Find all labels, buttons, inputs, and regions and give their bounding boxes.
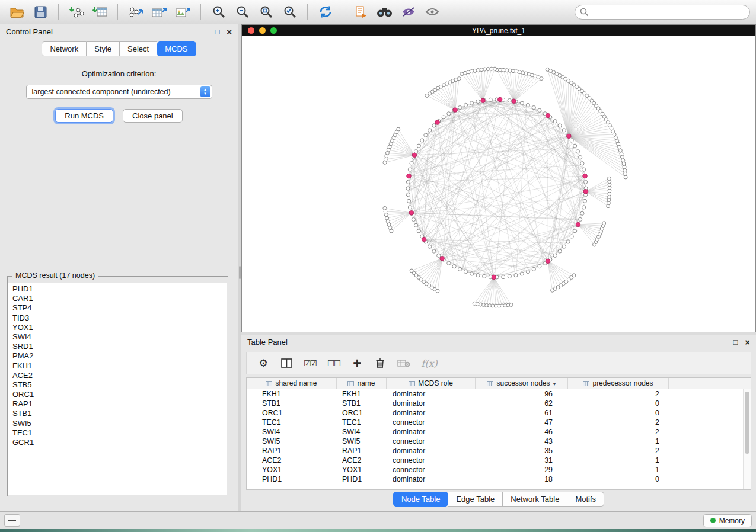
mcds-result-list[interactable]: PHD1CAR1STP4TID3YOX1SWI4SRD1PMA2FKH1ACE2… bbox=[8, 283, 227, 495]
first-neighbors-button[interactable] bbox=[314, 2, 336, 21]
table-cell: SWI4 bbox=[337, 428, 387, 436]
deselect-all-icon[interactable]: ☐☐ bbox=[327, 355, 340, 371]
tab-mcds[interactable]: MCDS bbox=[157, 41, 196, 56]
table-settings-gear-icon[interactable]: ⚙ bbox=[257, 355, 269, 371]
mcds-result-item[interactable]: PMA2 bbox=[12, 351, 223, 361]
open-file-button[interactable] bbox=[6, 2, 28, 21]
maximize-window-icon[interactable] bbox=[270, 27, 277, 34]
table-cell: dominator bbox=[387, 399, 476, 408]
close-window-icon[interactable] bbox=[248, 27, 254, 34]
criterion-dropdown[interactable]: largest connected component (undirected)… bbox=[26, 85, 212, 99]
hide-selected-button[interactable] bbox=[397, 2, 419, 21]
zoom-out-icon bbox=[235, 5, 250, 19]
memory-label: Memory bbox=[719, 517, 745, 525]
table-cell: ORC1 bbox=[337, 409, 387, 417]
network-canvas[interactable] bbox=[242, 36, 755, 332]
close-panel-button[interactable]: Close panel bbox=[123, 109, 183, 123]
select-all-icon[interactable]: ☑☑ bbox=[304, 355, 316, 371]
add-column-icon[interactable]: + bbox=[351, 355, 363, 371]
zoom-out-button[interactable] bbox=[231, 2, 253, 21]
mcds-result-item[interactable]: STB5 bbox=[12, 380, 223, 390]
mcds-result-item[interactable]: YOX1 bbox=[12, 323, 223, 332]
table-row[interactable]: TEC1TEC1connector472 bbox=[247, 418, 751, 427]
copy-style-button[interactable] bbox=[350, 2, 372, 21]
mcds-result-item[interactable]: STP4 bbox=[12, 303, 223, 313]
export-image-button[interactable] bbox=[172, 2, 194, 21]
close-panel-icon[interactable]: × bbox=[745, 338, 750, 347]
mcds-result-item[interactable]: TEC1 bbox=[12, 428, 223, 438]
tab-motifs[interactable]: Motifs bbox=[567, 492, 604, 507]
column-header-predecessor-nodes[interactable]: predecessor nodes bbox=[568, 378, 669, 389]
run-mcds-button[interactable]: Run MCDS bbox=[55, 109, 113, 123]
column-header-mcds-role[interactable]: MCDS role bbox=[387, 378, 476, 389]
mcds-result-item[interactable]: SRD1 bbox=[12, 342, 223, 351]
mcds-result-item[interactable]: ORC1 bbox=[12, 390, 223, 399]
sort-caret-icon[interactable]: ▾ bbox=[553, 380, 556, 387]
memory-button[interactable]: Memory bbox=[703, 514, 752, 527]
import-network-button[interactable] bbox=[65, 2, 87, 21]
table-row[interactable]: ORC1ORC1dominator610 bbox=[247, 408, 751, 418]
mcds-result-item[interactable]: FKH1 bbox=[12, 361, 223, 371]
table-row[interactable]: SWI4SWI4dominator462 bbox=[247, 427, 751, 437]
mcds-result-item[interactable]: TID3 bbox=[12, 313, 223, 323]
mcds-result-item[interactable]: CAR1 bbox=[12, 294, 223, 303]
column-header-name[interactable]: name bbox=[337, 378, 387, 389]
mcds-result-item[interactable]: GCR1 bbox=[12, 438, 223, 447]
tab-node-table[interactable]: Node Table bbox=[393, 492, 449, 507]
search-network-button[interactable] bbox=[374, 2, 395, 21]
table-row[interactable]: ACE2ACE2connector311 bbox=[247, 456, 751, 465]
network-window-title: YPA_prune.txt_1 bbox=[472, 27, 525, 35]
show-all-button[interactable] bbox=[421, 2, 443, 21]
node-table-body: FKH1FKH1dominator962STB1STB1dominator620… bbox=[247, 389, 751, 484]
import-network-icon bbox=[68, 5, 84, 18]
splitter-grip bbox=[239, 266, 241, 279]
float-panel-icon[interactable]: □ bbox=[733, 338, 738, 346]
column-header-successor-nodes[interactable]: successor nodes ▾ bbox=[476, 378, 568, 389]
delete-column-trash-icon[interactable] bbox=[374, 355, 386, 371]
table-cell: 1 bbox=[568, 456, 669, 464]
zoom-fit-button[interactable] bbox=[255, 2, 277, 21]
minimize-window-icon[interactable] bbox=[259, 27, 266, 34]
save-button[interactable] bbox=[30, 2, 52, 21]
node-table-header: shared name name MCDS role successor nod… bbox=[247, 378, 751, 389]
table-cell: SWI5 bbox=[247, 437, 337, 446]
status-menu-button[interactable] bbox=[4, 514, 20, 527]
zoom-fit-icon bbox=[259, 5, 273, 19]
mcds-result-item[interactable]: RAP1 bbox=[12, 399, 223, 409]
zoom-selected-button[interactable] bbox=[279, 2, 301, 21]
float-panel-icon[interactable]: □ bbox=[215, 28, 219, 36]
tab-network-table[interactable]: Network Table bbox=[503, 492, 567, 507]
column-grid-icon bbox=[487, 381, 493, 386]
open-folder-icon bbox=[9, 6, 24, 18]
network-window-titlebar[interactable]: YPA_prune.txt_1 bbox=[242, 25, 755, 36]
tab-style[interactable]: Style bbox=[87, 41, 120, 56]
mcds-result-item[interactable]: ACE2 bbox=[12, 371, 223, 380]
zoom-in-button[interactable] bbox=[208, 2, 229, 21]
function-builder-icon: f(x) bbox=[421, 358, 437, 369]
table-cell: 35 bbox=[476, 447, 568, 455]
table-row[interactable]: SWI5SWI5connector431 bbox=[247, 437, 751, 446]
tab-edge-table[interactable]: Edge Table bbox=[448, 492, 503, 507]
import-table-button[interactable] bbox=[89, 2, 111, 21]
mcds-result-groupbox: MCDS result (17 nodes) PHD1CAR1STP4TID3Y… bbox=[7, 276, 228, 496]
export-table-button[interactable] bbox=[148, 2, 170, 21]
table-cell: 2 bbox=[568, 428, 669, 436]
table-row[interactable]: FKH1FKH1dominator962 bbox=[247, 389, 751, 399]
table-scrollbar[interactable] bbox=[743, 389, 751, 489]
table-row[interactable]: PHD1PHD1dominator180 bbox=[247, 475, 751, 484]
tab-network[interactable]: Network bbox=[42, 41, 87, 56]
mcds-result-item[interactable]: SWI4 bbox=[12, 332, 223, 342]
show-column-icon[interactable] bbox=[280, 355, 292, 371]
table-row[interactable]: YOX1YOX1connector291 bbox=[247, 465, 751, 475]
mcds-result-item[interactable]: PHD1 bbox=[12, 284, 223, 294]
mcds-result-item[interactable]: SWI5 bbox=[12, 419, 223, 428]
close-panel-icon[interactable]: × bbox=[227, 27, 232, 36]
table-row[interactable]: RAP1RAP1dominator352 bbox=[247, 446, 751, 456]
mcds-result-item[interactable]: STB1 bbox=[12, 409, 223, 418]
export-network-button[interactable] bbox=[125, 2, 146, 21]
column-header-shared-name[interactable]: shared name bbox=[247, 378, 337, 389]
search-input[interactable] bbox=[575, 5, 750, 20]
table-scrollbar-thumb[interactable] bbox=[745, 392, 749, 454]
table-row[interactable]: STB1STB1dominator620 bbox=[247, 399, 751, 408]
tab-select[interactable]: Select bbox=[120, 41, 157, 56]
